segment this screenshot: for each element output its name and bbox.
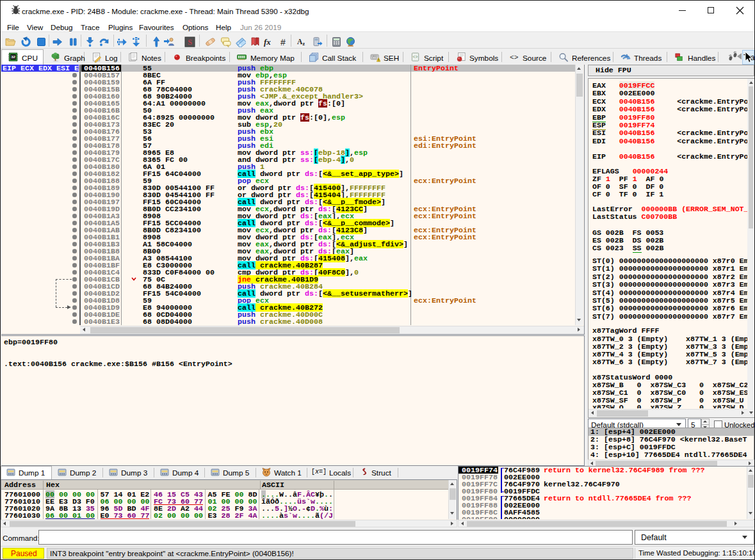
svg-text:S: S <box>188 38 192 47</box>
svg-text:z: z <box>303 41 305 47</box>
svg-text:!: ! <box>378 58 379 62</box>
svg-text:<>: <> <box>510 54 519 61</box>
svg-text:fx: fx <box>264 37 271 47</box>
svg-text:#: # <box>280 37 286 47</box>
svg-text:32: 32 <box>11 54 15 59</box>
svg-text:<>: <> <box>413 55 418 60</box>
